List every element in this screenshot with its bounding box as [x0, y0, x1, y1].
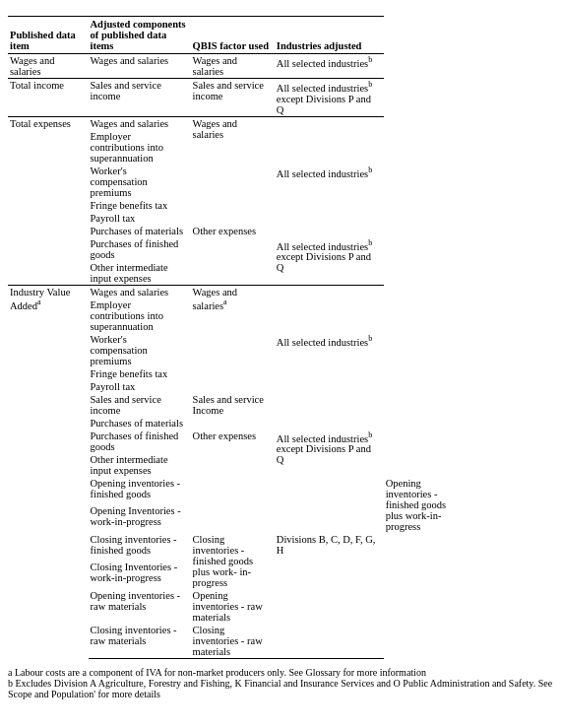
industries-adjusted: All selected industriesb: [275, 54, 384, 79]
industries-adjusted: [275, 589, 384, 624]
adjusted-component: Purchases of materials: [89, 225, 191, 237]
col-header-industries: Industries adjusted: [275, 17, 384, 54]
adjusted-component: Wages and salaries: [89, 285, 191, 298]
table-row: Sales and service incomeSales and servic…: [8, 393, 555, 417]
adjusted-component: Payroll tax: [89, 212, 191, 225]
adjusted-component: Purchases of materials: [89, 417, 191, 430]
industries-adjusted: [275, 624, 384, 659]
table-row: Opening inventories - raw materialsOpeni…: [8, 589, 555, 624]
col-header-published: Published data item: [8, 17, 89, 54]
table-row: Employer contributions into superannuati…: [8, 130, 555, 165]
table-row: Worker's compensation premiumsAll select…: [8, 333, 555, 367]
industries-adjusted: [275, 285, 384, 298]
industries-adjusted: [275, 393, 384, 417]
adjusted-component: Wages and salaries: [89, 54, 191, 79]
adjusted-component: Fringe benefits tax: [89, 367, 191, 380]
industries-adjusted: [275, 116, 384, 130]
table-row: Total expensesWages and salariesWages an…: [8, 116, 555, 130]
industries-adjusted: [275, 417, 384, 430]
adjusted-component: Sales and service income: [89, 79, 191, 117]
table-row: Employer contributions into superannuati…: [8, 298, 555, 333]
adjusted-component: Employer contributions into superannuati…: [89, 298, 191, 333]
table-row: Purchases of finished goodsAll selected …: [8, 237, 555, 261]
industries-adjusted: [275, 225, 384, 237]
adjusted-component: Purchases of finished goods: [89, 430, 191, 453]
table-row: Purchases of finished goodsOther expense…: [8, 430, 555, 453]
adjusted-component: Sales and service income: [89, 393, 191, 417]
published-item: Industry Value Addeda: [8, 285, 89, 658]
published-item: Wages and salaries: [8, 54, 89, 79]
adjusted-component: Worker's compensation premiums: [89, 333, 191, 367]
industries-adjusted: [275, 130, 384, 165]
qbis-factor: Wages and salaries: [191, 116, 275, 225]
qbis-factor: Closing inventories - finished goods plu…: [191, 533, 275, 589]
footnote: b Excludes Division A Agriculture, Fores…: [8, 678, 555, 699]
industries-adjusted: All selected industriesb: [275, 165, 384, 225]
footnote: a Labour costs are a component of IVA fo…: [8, 667, 555, 678]
industries-adjusted: [275, 298, 384, 333]
qbis-factor: Other expenses: [191, 430, 275, 505]
adjusted-component: Purchases of finished goods: [89, 237, 191, 261]
industries-adjusted: [468, 477, 555, 589]
industries-adjusted: All selected industriesb except Division…: [275, 430, 384, 505]
qbis-factor: Closing inventories - raw materials: [191, 624, 275, 659]
adjusted-component: Wages and salaries: [89, 116, 191, 130]
qbis-factor: Wages and salaries: [191, 54, 275, 79]
table-row: Closing inventories - raw materialsClosi…: [8, 624, 555, 659]
qbis-factor: Opening inventories - raw materials: [191, 589, 275, 624]
adjusted-component: Fringe benefits tax: [89, 199, 191, 212]
qbis-factor: Wages and salariesa: [191, 285, 275, 393]
table-row: Purchases of materials: [8, 417, 555, 430]
adjusted-component: Opening inventories - finished goods: [89, 477, 191, 505]
industries-adjusted: All selected industriesb except Division…: [275, 237, 384, 286]
adjusted-component: Worker's compensation premiums: [89, 165, 191, 199]
industries-adjusted: Divisions B, C, D, F, G, H: [275, 533, 384, 589]
adjusted-component: Closing Inventories - work-in-progress: [89, 561, 191, 589]
qbis-factor: Opening inventories - finished goods plu…: [384, 477, 468, 533]
table-row: Wages and salariesWages and salariesWage…: [8, 54, 555, 79]
adjusted-component: Closing inventories - finished goods: [89, 533, 191, 562]
table-row: Worker's compensation premiumsAll select…: [8, 165, 555, 199]
qbis-factor: Sales and service Income: [191, 393, 275, 417]
adjusted-component: Employer contributions into superannuati…: [89, 130, 191, 165]
table-row: Total incomeSales and service incomeSale…: [8, 79, 555, 117]
industries-adjusted: All selected industriesb except Division…: [275, 79, 384, 117]
adjusted-component: Opening Inventories - work-in-progress: [89, 504, 191, 533]
adjusted-component: Closing inventories - raw materials: [89, 624, 191, 659]
adjusted-component: Payroll tax: [89, 380, 191, 393]
adjusted-component: Other intermediate input expenses: [89, 261, 191, 286]
qbis-factor: [191, 417, 275, 430]
qbis-factor: Other expenses: [191, 225, 275, 286]
col-header-adjusted: Adjusted componentsof published data ite…: [89, 17, 191, 54]
table-row: Purchases of materialsOther expenses: [8, 225, 555, 237]
col-header-qbis: QBIS factor used: [191, 17, 275, 54]
industries-adjusted: All selected industriesb: [275, 333, 384, 393]
adjusted-component: Opening inventories - raw materials: [89, 589, 191, 624]
table-row: Industry Value AddedaWages and salariesW…: [8, 285, 555, 298]
qbis-factor: Sales and service income: [191, 79, 275, 117]
adjusted-component: Other intermediate input expenses: [89, 453, 191, 477]
footnotes-area: a Labour costs are a component of IVA fo…: [8, 667, 555, 699]
published-item: Total expenses: [8, 116, 89, 285]
published-item: Total income: [8, 79, 89, 117]
